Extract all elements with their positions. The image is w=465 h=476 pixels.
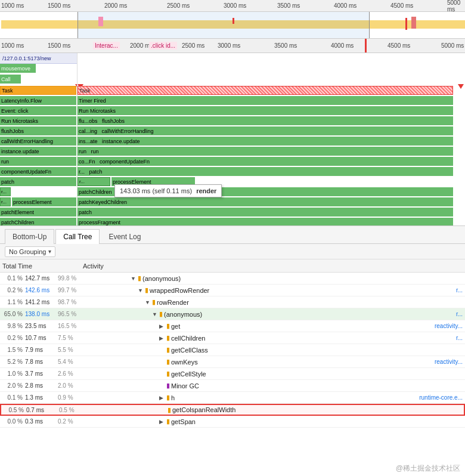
row-activity: ▮ getCellClass bbox=[80, 346, 463, 354]
link-col[interactable]: reactivity... bbox=[435, 323, 463, 329]
table-row[interactable]: 1.1 % 141.2 ms 98.7 % ▼ ▮ rowRender bbox=[0, 296, 465, 308]
folder-icon: ▮ bbox=[168, 406, 171, 414]
row-pct1: 1.1 % bbox=[2, 299, 25, 305]
flame-track[interactable]: mousemove bbox=[0, 64, 36, 73]
folder-icon: ▮ bbox=[152, 298, 156, 306]
flame-track[interactable]: Run Microtasks bbox=[78, 106, 453, 115]
flame-track[interactable]: patchChildren bbox=[0, 218, 76, 225]
flame-right-panel: Task Timer Fired Run Microtasks flu...ob… bbox=[78, 53, 465, 225]
table-row[interactable]: 1.0 % 3.7 ms 2.6 % ▮ getCellStyle bbox=[0, 368, 465, 380]
link-col[interactable]: r... bbox=[456, 335, 463, 341]
table-row[interactable]: 5.2 % 7.8 ms 5.4 % ▮ ownKeys reactivity.… bbox=[0, 356, 465, 368]
table-row[interactable]: 0.0 % 0.3 ms 0.2 % ▶ ▮ getSpan bbox=[0, 416, 465, 428]
link-col[interactable]: runtime-core.e... bbox=[419, 394, 463, 401]
table-row[interactable]: 0.2 % 10.7 ms 7.5 % ▶ ▮ cellChildren r..… bbox=[0, 332, 465, 344]
expand-btn[interactable]: ▶ bbox=[159, 419, 165, 425]
row-time: 2.8 ms bbox=[25, 382, 58, 389]
flame-track[interactable]: run run bbox=[78, 147, 453, 156]
table-row[interactable]: 0.2 % 142.6 ms 99.7 % ▼ ▮ wrappedRowRend… bbox=[0, 285, 465, 296]
flame-track[interactable]: processFragment bbox=[78, 218, 453, 225]
flame-track[interactable]: r... bbox=[0, 187, 11, 196]
table-row[interactable]: 0.1 % 142.7 ms 99.8 % ▼ ▮ (anonymous) bbox=[0, 273, 465, 285]
expand-btn[interactable]: ▶ bbox=[159, 335, 165, 341]
tooltip: 143.03 ms (self 0.11 ms) render bbox=[114, 184, 222, 197]
flame-track[interactable]: Timer Fired bbox=[78, 96, 453, 105]
expand-btn[interactable]: ▼ bbox=[131, 276, 137, 282]
mini-timeline[interactable] bbox=[0, 12, 465, 39]
link-col[interactable]: reactivity... bbox=[435, 358, 463, 365]
activity-label: getCellStyle bbox=[171, 370, 206, 378]
ruler-tick: 1000 ms bbox=[1, 2, 24, 9]
expand-btn[interactable]: ▼ bbox=[145, 299, 151, 305]
flame-track[interactable]: patchKeyedChildren bbox=[78, 197, 453, 206]
tab-bar: Bottom-Up Call Tree Event Log bbox=[0, 226, 465, 244]
link-col[interactable]: r... bbox=[456, 287, 463, 293]
col-header-activity: Activity bbox=[83, 262, 463, 270]
row-activity: ▶ ▮ h bbox=[80, 394, 463, 401]
expand-btn[interactable]: ▼ bbox=[152, 311, 158, 317]
flame-track-task-right[interactable]: Task bbox=[78, 86, 453, 95]
gc-icon: ▮ bbox=[166, 382, 170, 390]
tab-event-log[interactable]: Event Log bbox=[101, 229, 148, 244]
flame-track[interactable]: co...Fn componentUpdateFn bbox=[78, 157, 453, 166]
grouping-label: No Grouping bbox=[9, 248, 46, 255]
ruler-tick: 4500 ms bbox=[388, 42, 410, 49]
flame-track[interactable]: callWithErrorHandling bbox=[0, 137, 76, 146]
row-pct1: 0.2 % bbox=[2, 335, 25, 341]
flame-chart-area: /127.0.0.1:5173/new mousemove Call Task … bbox=[0, 53, 465, 226]
flame-track[interactable]: processElement bbox=[12, 197, 76, 206]
row-pct2: 16.5 % bbox=[58, 323, 80, 329]
ruler-tick: 1500 ms bbox=[48, 2, 70, 9]
expand-btn[interactable]: ▼ bbox=[138, 288, 144, 293]
flame-track[interactable]: Run Microtasks bbox=[0, 116, 76, 125]
flame-track[interactable]: LatencyInfo.Flow bbox=[0, 96, 76, 105]
flame-track[interactable]: ins...ate instance.update bbox=[78, 137, 453, 146]
expand-btn[interactable]: ▶ bbox=[159, 395, 165, 401]
table-row[interactable]: 1.5 % 7.9 ms 5.5 % ▮ getCellClass bbox=[0, 344, 465, 356]
flame-track[interactable]: patch bbox=[78, 208, 453, 217]
flame-track[interactable]: componentUpdateFn bbox=[0, 167, 76, 176]
folder-icon: ▮ bbox=[166, 370, 170, 378]
row-pct1: 1.0 % bbox=[2, 370, 25, 377]
row-time: 141.2 ms bbox=[25, 299, 58, 305]
ruler-bar-1: 1000 ms 1500 ms 2000 ms 2500 ms 3000 ms … bbox=[0, 0, 465, 12]
row-pct2: 96.5 % bbox=[58, 311, 80, 317]
tab-bottom-up[interactable]: Bottom-Up bbox=[5, 229, 54, 244]
flame-track[interactable]: r... bbox=[0, 197, 11, 206]
flame-track[interactable]: flu...obs flushJobs bbox=[78, 116, 453, 125]
table-row-highlighted[interactable]: 0.5 % 0.7 ms 0.5 % ▮ getColspanRealWidth bbox=[0, 404, 465, 416]
flame-track[interactable]: flushJobs bbox=[0, 126, 76, 135]
row-time: 23.5 ms bbox=[25, 323, 58, 329]
grouping-dropdown-icon: ▾ bbox=[48, 248, 51, 255]
ruler-tick: 5000 ms bbox=[447, 0, 465, 12]
flame-track[interactable]: Event: click bbox=[0, 106, 76, 115]
row-pct2: 7.5 % bbox=[58, 335, 80, 341]
row-pct2: 2.0 % bbox=[58, 382, 80, 389]
flame-track-task-left[interactable]: Task bbox=[0, 86, 76, 95]
folder-icon: ▮ bbox=[138, 274, 141, 282]
tab-call-tree[interactable]: Call Tree bbox=[55, 229, 100, 244]
flame-track[interactable]: cal...ing callWithErrorHandling bbox=[78, 126, 453, 135]
table-row[interactable]: 65.0 % 138.0 ms 96.5 % ▼ ▮ (anonymous) r… bbox=[0, 308, 465, 320]
table-row[interactable]: 2.0 % 2.8 ms 2.0 % ▮ Minor GC bbox=[0, 380, 465, 392]
activity-label: getSpan bbox=[171, 418, 196, 425]
ruler-tick: 4500 ms bbox=[390, 2, 413, 9]
flame-track[interactable]: patch bbox=[0, 177, 76, 186]
row-activity: ▼ ▮ (anonymous) bbox=[80, 274, 463, 282]
expand-btn[interactable]: ▶ bbox=[159, 323, 165, 329]
flame-track[interactable]: r... patch bbox=[78, 167, 453, 176]
grouping-select[interactable]: No Grouping ▾ bbox=[5, 246, 55, 257]
row-pct1: 0.2 % bbox=[2, 287, 25, 293]
link-col[interactable]: r... bbox=[456, 311, 463, 317]
table-row[interactable]: 0.1 % 1.3 ms 0.9 % ▶ ▮ h runtime-core.e.… bbox=[0, 392, 465, 404]
tooltip-time: 143.03 ms (self 0.11 ms) bbox=[120, 187, 192, 194]
row-activity: ▶ ▮ getSpan bbox=[80, 418, 463, 425]
flame-track[interactable]: r... bbox=[78, 177, 110, 186]
flame-track[interactable]: Call bbox=[0, 75, 21, 84]
flame-track[interactable]: instance.update bbox=[0, 147, 76, 156]
table-row[interactable]: 9.8 % 23.5 ms 16.5 % ▶ ▮ get reactivity.… bbox=[0, 320, 465, 332]
watermark: @稀土掘金技术社区 bbox=[396, 463, 460, 474]
folder-icon: ▮ bbox=[145, 286, 148, 294]
flame-track[interactable]: run bbox=[0, 157, 76, 166]
flame-track[interactable]: patchElement bbox=[0, 208, 76, 217]
